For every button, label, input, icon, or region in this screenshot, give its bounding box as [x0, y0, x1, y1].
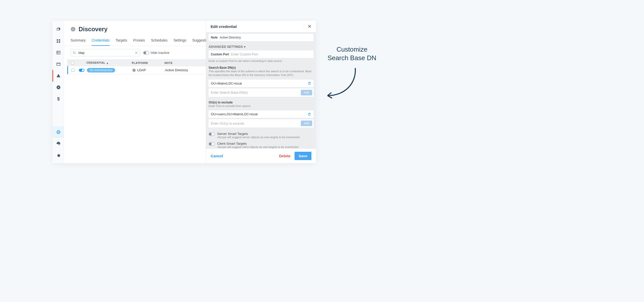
select-all-checkbox[interactable]: [71, 61, 74, 64]
svg-rect-2: [57, 42, 58, 43]
panel-body: Note Active Directory ADVANCED SETTINGS …: [206, 32, 316, 148]
search-wrap: [71, 49, 140, 56]
col-platform-header[interactable]: PLATFORM: [132, 61, 165, 64]
dashboard-icon: [56, 39, 61, 43]
note-field: Note Active Directory: [208, 33, 314, 42]
custom-port-help: Enter a Custom Port to use when connecti…: [206, 58, 316, 64]
table-icon: [56, 50, 61, 55]
delete-button[interactable]: Delete: [279, 154, 291, 158]
exclude-value: OU=users,OU=Malmö,DC=local: [211, 112, 308, 116]
svg-rect-1: [59, 39, 60, 41]
exclude-add-button[interactable]: Add: [301, 121, 312, 126]
sidebar-nav-4[interactable]: [52, 58, 64, 70]
search-base-add-input[interactable]: [211, 91, 301, 94]
search-base-heading: Search Base DN(s): [206, 64, 316, 69]
svg-rect-4: [57, 51, 60, 54]
sidebar-nav-discovery[interactable]: [52, 126, 64, 138]
client-smart-toggle[interactable]: [209, 142, 215, 146]
client-smart-desc: vScope will suggest client objects as ne…: [217, 145, 298, 148]
play-icon: [56, 85, 61, 90]
hide-inactive-label: Hide inactive: [151, 51, 169, 55]
server-smart-title: Server Smart Targets: [217, 132, 300, 136]
platform-cell: LDAP: [137, 68, 146, 72]
server-smart-targets-setting: Server Smart Targets vScope will suggest…: [206, 130, 316, 140]
annotation-text: Customize Search Base DN: [328, 45, 376, 62]
server-smart-desc: vScope will suggest server objects as ne…: [217, 136, 300, 139]
svg-point-17: [73, 52, 75, 53]
search-base-desc: This specifies the base of the subtree i…: [206, 69, 316, 79]
trash-icon[interactable]: [308, 112, 311, 116]
sort-caret-icon: ▲: [106, 62, 109, 64]
search-input[interactable]: [71, 49, 140, 56]
tab-credentials[interactable]: Credentials: [92, 36, 110, 46]
radar-icon: [56, 130, 61, 134]
cancel-button[interactable]: Cancel: [211, 154, 223, 158]
sidebar-nav-1[interactable]: [52, 24, 64, 35]
advanced-settings-header[interactable]: ADVANCED SETTINGS ▾: [206, 43, 316, 50]
custom-port-input[interactable]: [231, 52, 311, 56]
cloud-gear-icon: [56, 141, 61, 146]
save-button[interactable]: Save: [295, 152, 311, 160]
page-title: Discovery: [79, 26, 108, 33]
tab-proxies[interactable]: Proxies: [133, 36, 145, 46]
search-base-add-button[interactable]: Add: [301, 90, 312, 95]
credential-pill: ISL\Administrator: [87, 68, 115, 72]
alert-icon: [56, 73, 61, 78]
row-checkbox[interactable]: [71, 68, 75, 72]
sidebar-nav-config[interactable]: [52, 138, 64, 149]
sidebar-nav-2[interactable]: [52, 35, 64, 47]
sidebar-nav-settings[interactable]: [52, 149, 64, 161]
svg-point-16: [73, 29, 74, 30]
svg-line-18: [75, 53, 76, 54]
custom-port-field: Custom Port: [208, 50, 314, 58]
globe-icon: [132, 68, 136, 72]
exclude-heading: OU(s) to exclude: [206, 99, 316, 104]
exclude-add-row: Add: [208, 119, 314, 128]
panel-header: Edit credential ✕: [206, 21, 316, 32]
search-icon: [73, 51, 76, 55]
tab-settings[interactable]: Settings: [174, 36, 186, 46]
note-label: Note: [211, 36, 218, 39]
search-base-add-row: Add: [208, 88, 314, 97]
gear-icon: [56, 153, 61, 158]
row-active-toggle[interactable]: [79, 69, 84, 72]
search-base-entry: OU=Malmö,DC=local: [208, 79, 314, 88]
radar-icon: [71, 27, 76, 32]
exclude-add-input[interactable]: [211, 122, 301, 125]
clear-icon[interactable]: [135, 51, 138, 55]
hide-inactive[interactable]: Hide inactive: [143, 51, 169, 55]
sidebar-nav-dollar[interactable]: $: [52, 93, 64, 105]
tab-schedules[interactable]: Schedules: [151, 36, 167, 46]
server-smart-toggle[interactable]: [209, 132, 215, 136]
sidebar: $: [52, 21, 64, 163]
exclude-desc: Enter OUs to exclude from search.: [206, 104, 316, 109]
tab-targets[interactable]: Targets: [116, 36, 127, 46]
window-icon: [56, 62, 61, 66]
tab-summary[interactable]: Summary: [71, 36, 86, 46]
svg-rect-3: [59, 42, 60, 43]
note-value: Active Directory: [220, 36, 241, 39]
dollar-icon: $: [57, 96, 60, 102]
sidebar-nav-alert[interactable]: [52, 70, 64, 82]
layers-icon: [56, 27, 61, 32]
sidebar-nav-play[interactable]: [52, 82, 64, 93]
svg-rect-0: [57, 39, 58, 41]
panel-title: Edit credential: [211, 24, 237, 29]
client-smart-title: Client Smart Targets: [217, 142, 298, 145]
client-smart-targets-setting: Client Smart Targets vScope will suggest…: [206, 140, 316, 148]
svg-rect-7: [57, 63, 60, 66]
exclude-entry: OU=users,OU=Malmö,DC=local: [208, 110, 314, 118]
sidebar-nav-3[interactable]: [52, 47, 64, 58]
close-button[interactable]: ✕: [304, 24, 311, 29]
trash-icon[interactable]: [308, 82, 311, 85]
panel-footer: Cancel Delete Save: [206, 148, 316, 163]
annotation-arrow-icon: [323, 65, 360, 103]
col-credential-header[interactable]: CREDENTIAL ▲: [86, 61, 132, 64]
svg-point-12: [58, 132, 59, 132]
edit-credential-panel: Edit credential ✕ Note Active Directory …: [206, 21, 316, 163]
search-base-value: OU=Malmö,DC=local: [211, 82, 308, 85]
main-area: Discovery Summary Credentials Targets Pr…: [64, 21, 316, 163]
app-window: $ Discovery Summary Credentials Targets …: [52, 21, 316, 163]
custom-port-label: Custom Port: [211, 53, 229, 56]
hide-inactive-toggle[interactable]: [143, 51, 149, 55]
